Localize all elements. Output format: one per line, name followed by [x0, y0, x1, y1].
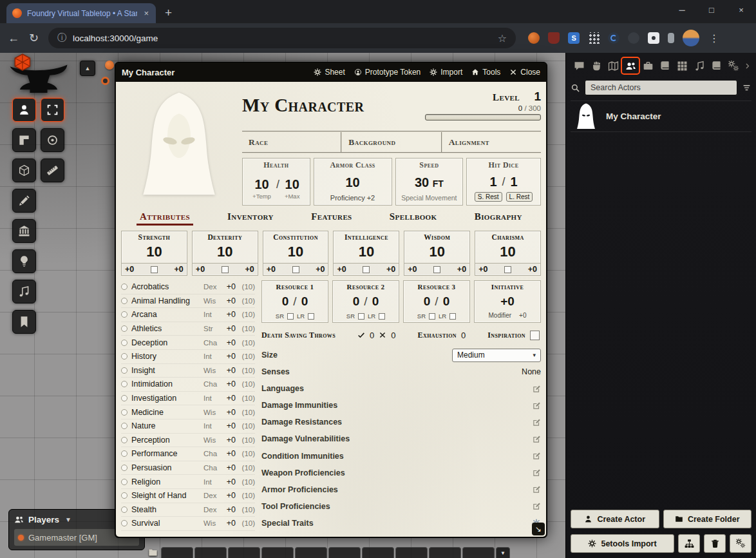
skill-row[interactable]: Religion Int +0 (10) — [121, 475, 255, 489]
save-proficiency-checkbox[interactable] — [433, 266, 440, 273]
skill-proficiency-toggle-icon[interactable] — [121, 437, 128, 443]
character-name[interactable]: My Character — [242, 86, 425, 131]
inspiration-checkbox[interactable] — [530, 331, 540, 340]
skill-proficiency-toggle-icon[interactable] — [121, 465, 128, 471]
edit-icon[interactable] — [533, 502, 541, 510]
tool-sounds[interactable] — [12, 280, 36, 303]
maximize-icon[interactable]: □ — [697, 0, 726, 21]
sheet-tab[interactable]: Features — [308, 210, 355, 226]
extension-icon[interactable] — [588, 32, 600, 44]
edit-icon[interactable] — [533, 401, 541, 410]
tab-close-icon[interactable]: × — [142, 9, 150, 17]
ac-value[interactable]: 10 — [345, 175, 359, 190]
site-info-icon[interactable]: ⓘ — [57, 32, 66, 44]
url-bar[interactable]: ⓘ localhost:30000/game ☆ — [48, 28, 516, 48]
nav-collapse-button[interactable]: ▲ — [80, 61, 95, 76]
macro-slot[interactable] — [462, 547, 495, 558]
death-fail-count[interactable]: 0 — [391, 331, 395, 340]
save-proficiency-checkbox[interactable] — [292, 266, 299, 273]
browser-profile-avatar[interactable] — [683, 30, 699, 46]
skill-row[interactable]: Insight Wis +0 (10) — [121, 364, 255, 378]
macro-folder-icon[interactable] — [146, 547, 160, 558]
long-rest-checkbox[interactable] — [308, 313, 314, 320]
ability-score[interactable]: 10 — [146, 241, 162, 263]
extension-shield-icon[interactable] — [548, 32, 560, 44]
reload-icon[interactable]: ↻ — [29, 32, 39, 44]
skill-row[interactable]: Medicine Wis +0 (10) — [121, 405, 255, 419]
death-success-count[interactable]: 0 — [370, 331, 374, 340]
skill-proficiency-toggle-icon[interactable] — [121, 520, 128, 526]
death-fail-icon[interactable] — [379, 331, 386, 339]
macro-slot[interactable] — [261, 547, 294, 558]
edit-icon[interactable] — [533, 468, 541, 477]
hit-dice-max[interactable]: 1 — [511, 175, 518, 189]
skill-row[interactable]: Persuasion Cha +0 (10) — [121, 461, 255, 476]
edit-icon[interactable] — [533, 385, 541, 393]
resize-handle[interactable]: ↘ — [532, 523, 545, 535]
sheet-tab[interactable]: Inventory — [224, 210, 277, 226]
ability-name[interactable]: Dexterity — [207, 233, 242, 241]
macro-slot[interactable] — [161, 547, 193, 558]
skill-proficiency-toggle-icon[interactable] — [121, 353, 128, 360]
summary-field[interactable]: Background — [342, 132, 442, 152]
hp-current[interactable]: 10 — [254, 177, 269, 192]
settings-button[interactable] — [730, 534, 751, 553]
sheet-tab[interactable]: Spellbook — [386, 210, 440, 226]
skill-row[interactable]: Arcana Int +0 (10) — [121, 308, 255, 322]
edit-icon[interactable] — [533, 485, 541, 494]
skill-row[interactable]: Performance Cha +0 (10) — [121, 447, 255, 461]
extension-icon[interactable] — [668, 33, 674, 43]
hp-max[interactable]: 10 — [285, 177, 299, 192]
sidebar-tab-tables[interactable] — [674, 58, 691, 73]
macro-slot[interactable] — [395, 547, 428, 558]
skill-proficiency-toggle-icon[interactable] — [121, 298, 128, 304]
sort-icon[interactable] — [742, 83, 751, 93]
save-proficiency-checkbox[interactable] — [504, 266, 511, 273]
prototype-token-button[interactable]: Prototype Token — [354, 68, 421, 77]
window-header[interactable]: My Character Sheet Prototype Token — [115, 63, 547, 82]
skill-row[interactable]: Survival Wis +0 (10) — [121, 517, 255, 531]
macro-slot[interactable] — [228, 547, 260, 558]
short-rest-checkbox[interactable] — [358, 313, 364, 320]
exhaustion-value[interactable]: 0 — [461, 331, 466, 340]
sidebar-tab-scenes[interactable] — [605, 58, 622, 73]
special-movement-label[interactable]: Special Movement — [396, 194, 463, 205]
skill-proficiency-toggle-icon[interactable] — [121, 409, 128, 416]
tool-drawings[interactable] — [12, 189, 36, 213]
macro-slot[interactable] — [328, 547, 361, 558]
summary-field[interactable]: Race — [242, 132, 342, 152]
skill-row[interactable]: History Int +0 (10) — [121, 350, 255, 364]
skill-proficiency-toggle-icon[interactable] — [121, 284, 128, 290]
skill-proficiency-toggle-icon[interactable] — [121, 381, 128, 387]
resource-max[interactable]: 0 — [443, 294, 450, 309]
tool-walls[interactable] — [12, 219, 36, 243]
death-success-icon[interactable] — [357, 331, 365, 339]
edit-icon[interactable] — [533, 418, 541, 427]
skill-row[interactable]: Nature Int +0 (10) — [121, 419, 255, 434]
skill-proficiency-toggle-icon[interactable] — [121, 492, 128, 499]
save-proficiency-checkbox[interactable] — [222, 266, 229, 273]
game-canvas[interactable]: ▲ — [0, 53, 756, 558]
module-icon[interactable] — [105, 61, 114, 70]
ability-name[interactable]: Wisdom — [424, 233, 450, 241]
ability-score[interactable]: 10 — [359, 241, 374, 263]
ability-name[interactable]: Charisma — [491, 233, 524, 241]
tool-measure-ruler[interactable] — [41, 159, 64, 182]
xp-text[interactable]: 0 / 300 — [425, 104, 541, 112]
macro-slot[interactable] — [194, 547, 227, 558]
resource-max[interactable]: 0 — [372, 294, 379, 309]
tool-lighting[interactable] — [12, 249, 36, 273]
skill-proficiency-toggle-icon[interactable] — [121, 340, 128, 346]
ability-name[interactable]: Intelligence — [345, 233, 388, 241]
edit-icon[interactable] — [533, 435, 541, 443]
speed-value[interactable]: 30 ft — [415, 175, 444, 190]
sidebar-collapse-button[interactable] — [742, 63, 751, 70]
browser-tab[interactable]: Foundry Virtual Tabletop • A Stan × — [6, 3, 156, 23]
hotbar-page-down-icon[interactable]: ▼ — [496, 547, 510, 558]
tool-target-tokens[interactable] — [41, 128, 64, 152]
level-value[interactable]: 1 — [534, 90, 541, 103]
tools-button[interactable]: Tools — [471, 68, 500, 77]
delete-button[interactable] — [704, 534, 726, 553]
long-rest-button[interactable]: L. Rest — [506, 192, 533, 202]
skill-proficiency-toggle-icon[interactable] — [121, 311, 128, 318]
